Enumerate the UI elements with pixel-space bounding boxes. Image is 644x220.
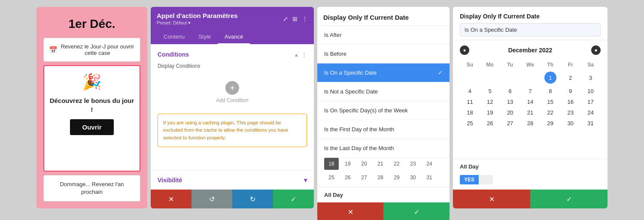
resize-icon[interactable]: ⤢ — [283, 15, 288, 22]
panel4-footer: ✕ ✓ — [453, 190, 608, 208]
cal-day-1[interactable]: 1 — [540, 69, 560, 86]
cal-day-3[interactable]: 3 — [580, 69, 601, 86]
cal-day-8[interactable]: 8 — [540, 86, 560, 96]
cal-day-30[interactable]: 30 — [406, 172, 420, 184]
tab-contenu[interactable]: Contenu — [157, 30, 191, 44]
cal-day-28[interactable]: 28 — [520, 118, 541, 129]
builder-footer: ✕ ↺ ↻ ✓ — [151, 190, 314, 208]
panel4-save-button[interactable]: ✓ — [530, 190, 608, 208]
cal-day-26[interactable]: 26 — [480, 118, 500, 129]
cal-week-1: 1 2 3 — [460, 69, 601, 86]
cal-day-7[interactable]: 7 — [520, 86, 541, 96]
allday-toggle[interactable]: YES — [460, 175, 493, 184]
cal-day-10[interactable]: 10 — [580, 86, 601, 96]
cache-warning-text: If you are using a caching plugin, This … — [163, 119, 301, 142]
cal-day-9[interactable]: 9 — [560, 86, 580, 96]
cancel-button[interactable]: ✕ — [151, 190, 191, 208]
cal-day-5[interactable]: 5 — [480, 86, 500, 96]
top-message-box: 📅 Revenez le Jour-J pour ouvrir cette ca… — [43, 38, 140, 62]
cal-day-25[interactable]: 25 — [324, 172, 339, 184]
cal-day-26[interactable]: 26 — [340, 172, 355, 184]
cal-day-25[interactable]: 25 — [460, 118, 480, 129]
undo-button[interactable]: ↺ — [191, 190, 232, 208]
chevron-up-icon[interactable]: ▴ — [295, 51, 298, 58]
cal-day-21[interactable]: 21 — [520, 107, 541, 118]
cal-day-18[interactable]: 18 — [460, 107, 480, 118]
cal-day-2[interactable]: 2 — [560, 69, 580, 86]
redo-button[interactable]: ↻ — [232, 190, 273, 208]
cal-day-29[interactable]: 29 — [389, 172, 404, 184]
cal-day-16[interactable]: 16 — [560, 96, 580, 107]
cal-day-empty — [480, 69, 500, 86]
cal-day-22[interactable]: 22 — [540, 107, 560, 118]
condition-is-after[interactable]: Is After — [317, 26, 450, 45]
col-su: Su — [460, 60, 480, 69]
grid-icon[interactable]: ⊞ — [292, 15, 298, 22]
date-condition-select[interactable]: Is On a Specific Date Is After Is Before… — [460, 23, 601, 36]
select-row: Is On a Specific Date Is After Is Before… — [460, 23, 601, 36]
cal-day-13[interactable]: 13 — [500, 96, 520, 107]
section-icons: ▴ ⋮ — [295, 51, 307, 58]
top-box-text: Revenez le Jour-J pour ouvrir cette case — [60, 43, 135, 56]
cal-day-empty — [460, 69, 480, 86]
cal-day-11[interactable]: 11 — [460, 96, 480, 107]
tab-avance[interactable]: Avancé — [218, 30, 250, 44]
toggle-no-label — [479, 175, 493, 184]
cal-day-27[interactable]: 27 — [500, 118, 520, 129]
panel4-cancel-button[interactable]: ✕ — [453, 190, 530, 208]
cal-day-19[interactable]: 19 — [340, 158, 355, 170]
cal-day-6[interactable]: 6 — [500, 86, 520, 96]
month-title: December 2022 — [508, 47, 553, 54]
section-dots-icon[interactable]: ⋮ — [301, 51, 307, 58]
cal-day-17[interactable]: 17 — [580, 96, 601, 107]
cal-day-20[interactable]: 20 — [357, 158, 371, 170]
cal-day-21[interactable]: 21 — [373, 158, 388, 170]
cal-day-14[interactable]: 14 — [520, 96, 541, 107]
prev-month-button[interactable]: ● — [460, 45, 469, 55]
condition-is-first-day[interactable]: Is the First Day of the Month — [317, 120, 450, 139]
condition-is-before[interactable]: Is Before — [317, 45, 450, 63]
calendar-body: ● December 2022 ● Su Mo Tu We Th Fr Sa — [453, 40, 608, 159]
cal-day-12[interactable]: 12 — [480, 96, 500, 107]
cal-day-24[interactable]: 24 — [422, 158, 437, 170]
chevron-down-icon: ▾ — [304, 177, 307, 184]
cal-day-28[interactable]: 28 — [373, 172, 388, 184]
condition-is-not-specific-date[interactable]: Is Not a Specific Date — [317, 82, 450, 101]
tab-style[interactable]: Style — [191, 30, 218, 44]
condition-is-last-day[interactable]: Is the Last Day of the Month — [317, 139, 450, 158]
close-icon: ✕ — [489, 195, 495, 203]
save-button[interactable]: ✓ — [273, 190, 314, 208]
dots-icon[interactable]: ⋮ — [302, 15, 308, 22]
add-condition-btn[interactable]: + Add Condition — [158, 74, 307, 110]
allday-section-label: All Day — [453, 159, 608, 172]
visibility-section[interactable]: Visibilité ▾ — [151, 170, 314, 190]
condition-is-on-specific-days[interactable]: Is On Specific Day(s) of the Week — [317, 101, 450, 120]
undo-icon: ↺ — [209, 195, 215, 203]
condition-is-on-specific-date[interactable]: Is On a Specific Date ✓ — [317, 63, 450, 82]
cal-day-15[interactable]: 15 — [540, 96, 560, 107]
cal-day-22[interactable]: 22 — [389, 158, 404, 170]
cal-day-27[interactable]: 27 — [357, 172, 371, 184]
cal-day-29[interactable]: 29 — [540, 118, 560, 129]
next-month-button[interactable]: ● — [591, 45, 601, 55]
panel3-cancel-button[interactable]: ✕ — [317, 202, 383, 220]
cal-day-empty — [500, 69, 520, 86]
cal-day-19[interactable]: 19 — [480, 107, 500, 118]
cal-day-18[interactable]: 18 — [324, 158, 339, 170]
cal-day-31[interactable]: 31 — [580, 118, 601, 129]
cal-day-31[interactable]: 31 — [422, 172, 437, 184]
open-button[interactable]: Ouvrir — [70, 119, 113, 135]
cal-day-4[interactable]: 4 — [460, 86, 480, 96]
builder-header: Appel d'action Paramètres Preset: Défaut… — [151, 7, 314, 44]
panel3-save-button[interactable]: ✓ — [383, 202, 450, 220]
cal-day-23[interactable]: 23 — [406, 158, 420, 170]
cal-week-4: 18 19 20 21 22 23 24 — [460, 107, 601, 118]
calendar-icon: 📅 — [49, 46, 58, 54]
cal-day-23[interactable]: 23 — [560, 107, 580, 118]
panel1-title: 1er Déc. — [69, 14, 115, 34]
cal-day-30[interactable]: 30 — [560, 118, 580, 129]
cal-day-24[interactable]: 24 — [580, 107, 601, 118]
cal-day-20[interactable]: 20 — [500, 107, 520, 118]
builder-title: Appel d'action Paramètres — [157, 12, 238, 19]
cal-week-2: 4 5 6 7 8 9 10 — [460, 86, 601, 96]
